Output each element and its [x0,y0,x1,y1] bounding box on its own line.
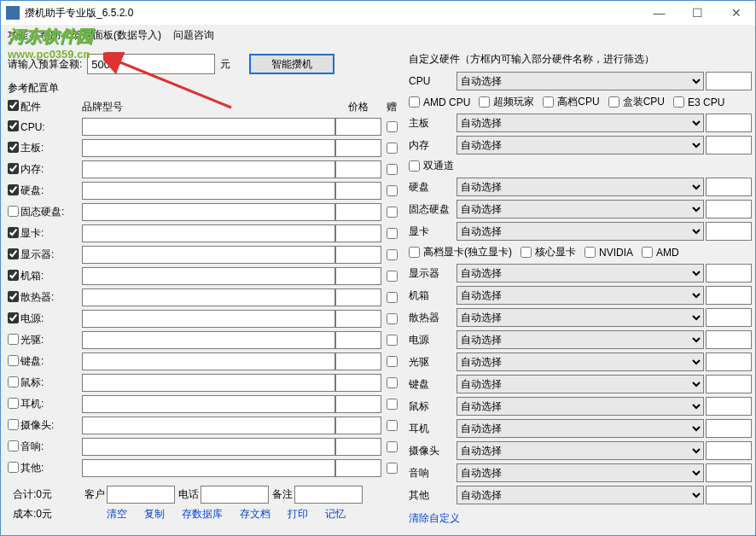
gift-check[interactable] [387,420,398,431]
model-input[interactable] [82,310,335,328]
mouse-filter[interactable] [706,397,752,416]
model-input[interactable] [82,352,335,370]
cam-select[interactable]: 自动选择 [457,441,704,460]
gpu-select[interactable]: 自动选择 [457,222,704,241]
part-check[interactable] [8,270,19,281]
gift-check[interactable] [387,377,398,388]
gift-check[interactable] [387,335,398,346]
close-button[interactable]: ✕ [717,1,755,25]
price-input[interactable] [335,224,381,242]
part-check[interactable] [8,142,19,153]
monitor-select[interactable]: 自动选择 [457,264,704,283]
price-input[interactable] [335,374,381,392]
model-input[interactable] [82,267,335,285]
chk-e3[interactable]: E3 CPU [673,96,724,108]
price-input[interactable] [335,139,381,157]
chk-nvidia[interactable]: NVIDIA [584,247,633,259]
psu-select[interactable]: 自动选择 [457,330,704,349]
part-check[interactable] [8,248,19,259]
gpu-filter[interactable] [706,222,752,241]
part-check[interactable] [8,206,19,217]
link-savedb[interactable]: 存数据库 [182,507,223,521]
menu-qa[interactable]: 问题咨询 [173,28,214,43]
cooler-select[interactable]: 自动选择 [457,308,704,327]
mb-filter[interactable] [706,114,752,132]
mouse-select[interactable]: 自动选择 [457,397,704,416]
menu-admin[interactable]: 管理面板(数据导入) [73,28,161,43]
smart-build-button[interactable]: 智能攒机 [249,54,334,74]
gift-check[interactable] [387,292,398,303]
gift-check[interactable] [387,399,398,410]
price-input[interactable] [335,417,381,434]
case-select[interactable]: 自动选择 [457,286,704,305]
gift-check[interactable] [387,164,398,175]
part-check[interactable] [8,334,19,345]
gift-check[interactable] [387,185,398,196]
link-memory[interactable]: 记忆 [325,507,346,521]
price-input[interactable] [335,331,381,349]
gift-check[interactable] [387,121,398,132]
price-input[interactable] [335,246,381,264]
gift-check[interactable] [387,313,398,324]
speaker-filter[interactable] [706,463,752,482]
menu-func[interactable]: 功能 [8,28,28,43]
part-check[interactable] [8,163,19,174]
kb-select[interactable]: 自动选择 [457,375,704,393]
cam-filter[interactable] [706,441,752,460]
price-input[interactable] [335,288,381,306]
header-check[interactable] [8,100,19,111]
odd-select[interactable]: 自动选择 [457,352,704,371]
clear-custom-link[interactable]: 清除自定义 [409,512,460,524]
kb-filter[interactable] [706,375,752,393]
maximize-button[interactable]: ☐ [678,1,717,25]
model-input[interactable] [82,118,335,136]
ram-filter[interactable] [706,136,752,154]
part-check[interactable] [8,376,19,387]
ram-select[interactable]: 自动选择 [457,136,704,154]
model-input[interactable] [82,374,335,392]
price-input[interactable] [335,182,381,200]
part-check[interactable] [8,291,19,302]
gift-check[interactable] [387,249,398,260]
gift-check[interactable] [387,207,398,218]
model-input[interactable] [82,331,335,349]
price-input[interactable] [335,160,381,178]
note-input[interactable] [294,486,363,504]
speaker-select[interactable]: 自动选择 [457,463,704,482]
price-input[interactable] [335,118,381,136]
gift-check[interactable] [387,228,398,239]
budget-input[interactable] [87,54,215,74]
part-check[interactable] [8,227,19,238]
gift-check[interactable] [387,463,398,474]
link-print[interactable]: 打印 [288,507,308,521]
price-input[interactable] [335,203,381,221]
model-input[interactable] [82,224,335,242]
model-input[interactable] [82,139,335,157]
chk-dual[interactable]: 双通道 [409,159,454,173]
part-check[interactable] [8,312,19,323]
cooler-filter[interactable] [706,308,752,327]
hdd-filter[interactable] [706,178,752,196]
model-input[interactable] [82,459,335,477]
part-check[interactable] [8,398,19,409]
gift-check[interactable] [387,271,398,282]
menu-help[interactable]: 帮助 [40,28,61,43]
minimize-button[interactable]: — [640,1,678,25]
price-input[interactable] [335,352,381,370]
gift-check[interactable] [387,143,398,154]
part-check[interactable] [8,440,19,452]
model-input[interactable] [82,160,335,178]
chk-oc[interactable]: 超频玩家 [479,95,534,109]
headset-filter[interactable] [706,419,752,438]
psu-filter[interactable] [706,330,752,349]
cpu-select[interactable]: 自动选择 [457,72,704,90]
chk-amdcpu[interactable]: AMD CPU [409,96,470,108]
gift-check[interactable] [387,356,398,367]
part-check[interactable] [8,462,19,473]
ssd-select[interactable]: 自动选择 [457,200,704,218]
customer-input[interactable] [107,486,175,504]
part-check[interactable] [8,355,19,366]
case-filter[interactable] [706,286,752,305]
model-input[interactable] [82,438,335,456]
part-check[interactable] [8,184,19,195]
